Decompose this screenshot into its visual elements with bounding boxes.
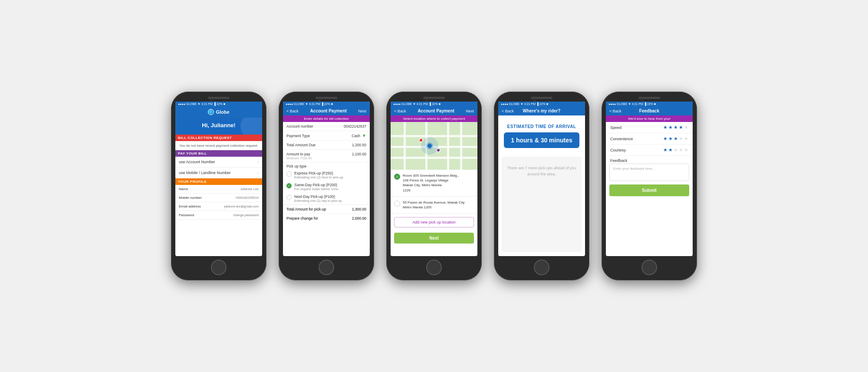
p5-courtesy-rating: Courtesy ★ ★ ★ ★ ★ [606,145,693,156]
screen-1: ●●●● GLOBE ▼ 4:21 PM ▐ 22% ■ Globe Hi, J… [175,102,262,256]
star-1[interactable]: ★ [663,136,667,142]
screen-3: ●●●● GLOBE ▼ 4:21 PM ▐ 22% ■ < Back Acco… [391,102,477,256]
star-4[interactable]: ★ [679,136,683,142]
svg-point-12 [437,148,440,152]
add-pickup-button[interactable]: Add new pick up location [394,217,474,227]
p1-menu-mobile[interactable]: use Mobile / Landline Number › [175,168,262,178]
svg-point-11 [419,138,423,142]
star-5[interactable]: ★ [684,147,688,153]
next-button-3[interactable]: Next [466,109,474,113]
convenience-stars[interactable]: ★ ★ ★ ★ ★ [663,136,688,142]
p5-purple-bar: We'd love to hear from you! [606,115,693,122]
p5-convenience-rating: Convenience ★ ★ ★ ★ ★ [606,133,693,145]
next-button-2[interactable]: Next [358,109,366,113]
p1-profile-section: YOUR PROFILE [175,178,262,185]
globe-icon [208,109,214,115]
star-2[interactable]: ★ [668,136,673,142]
chevron-right-icon: › [257,160,259,164]
chevron-right-icon: › [257,171,259,175]
back-button-2[interactable]: < Back [286,109,299,113]
p1-header: Globe [175,106,262,118]
camera-5 [641,99,644,102]
feedback-input[interactable]: Enter your feedback here... [609,164,689,181]
back-button-5[interactable]: < Back [609,109,621,113]
courtesy-stars[interactable]: ★ ★ ★ ★ ★ [663,147,688,153]
submit-button[interactable]: Submit [609,184,689,196]
radio-sameday[interactable] [286,183,292,188]
map-svg [391,122,477,170]
p3-nav: < Back Account Payment Next [391,106,477,115]
eta-label: ESTIMATED TIME OF ARRIVAL [503,124,581,129]
svg-point-10 [427,144,432,148]
loc-radio-2[interactable] [394,201,400,207]
back-button-4[interactable]: < Back [502,109,514,113]
p4-nav: < Back Where's my rider? [498,106,585,115]
svg-rect-7 [460,122,462,170]
p3-map [391,122,477,170]
p2-row-total-due: Total Amount Due 1,200.50 [283,141,370,150]
p3-loc-text-1: Room 305 Greenbelt Mansion Bldg.,106 Per… [403,173,459,193]
phone-3: ●●●● GLOBE ▼ 4:21 PM ▐ 22% ■ < Back Acco… [386,92,482,280]
camera-2 [318,99,321,102]
p2-nav-title: Account Payment [310,109,346,113]
screen-5: ●●●● GLOBE ▼ 4:21 PM ▐ 22% ■ < Back Feed… [606,102,693,256]
p2-row-amount[interactable]: Amount to pay 1,100.00 Minimum: P100.00 [283,150,370,162]
back-button-3[interactable]: < Back [394,109,406,113]
radio-express[interactable] [286,171,292,177]
scene: ●●●● GLOBE ▼ 4:21 PM ▐ 22% ■ Globe Hi, J… [145,74,723,298]
camera-3 [425,99,428,102]
phone-2: ●●●● GLOBE ▼ 4:21 PM ▐ 22% ■ < Back Acco… [279,92,374,280]
home-button-4[interactable] [534,260,549,275]
star-3[interactable]: ★ [674,136,678,142]
status-bar-2: ●●●● GLOBE ▼ 4:21 PM ▐ 22% ■ [283,102,370,106]
p2-prepare-change: Prepare change for 2,000.00 [283,214,370,223]
star-1[interactable]: ★ [663,125,667,130]
p3-loc-text-2: 55 Paseo de Roxas Avenue, Makati City Me… [403,200,474,210]
p3-nav-title: Account Payment [418,109,454,113]
phone-4: ●●●● GLOBE ▼ 4:21 PM ▐ 22% ■ < Back Wher… [494,92,589,280]
eta-time: 1 hours & 30 minutes [504,132,579,148]
screen-4: ●●●● GLOBE ▼ 4:21 PM ▐ 22% ■ < Back Wher… [498,102,585,256]
p3-location-2[interactable]: 55 Paseo de Roxas Avenue, Makati City Me… [391,197,477,214]
p2-row-payment[interactable]: Payment Type Cash ▼ [283,131,370,141]
p2-express-option[interactable]: Express Pick-up (P250) Estimating one (1… [283,169,370,181]
star-4[interactable]: ★ [679,147,683,153]
home-button-2[interactable] [319,260,334,275]
status-bar-4: ●●●● GLOBE ▼ 4:21 PM ▐ 22% ■ [498,102,585,106]
p1-profile-email[interactable]: Email address julianne.lee@gmail.com [175,202,262,211]
star-5[interactable]: ★ [684,136,688,142]
p1-profile-password[interactable]: Password change.password [175,211,262,220]
speed-stars[interactable]: ★ ★ ★ ★ ★ [663,125,688,130]
home-button-3[interactable] [426,260,442,275]
p3-location-1[interactable]: Room 305 Greenbelt Mansion Bldg.,106 Per… [391,170,477,197]
camera-1 [210,99,213,102]
p5-nav-title: Feedback [639,109,659,113]
star-3[interactable]: ★ [674,125,678,130]
radio-nextday[interactable] [286,195,292,200]
p2-sameday-option[interactable]: Same-Day Pick-up (P200) For request made… [283,181,370,193]
p2-nextday-option[interactable]: Next-Day Pick-up (P100) Estimating one (… [283,193,370,204]
p1-hi-box: Hi, Julianne! [175,118,262,135]
dropdown-arrow-icon: ▼ [362,133,366,138]
loc-radio-1[interactable] [394,174,400,180]
star-4[interactable]: ★ [679,125,683,130]
p1-profile-name[interactable]: Name Julianne Lee [175,185,262,194]
home-button-1[interactable] [211,260,227,275]
star-5[interactable]: ★ [684,125,688,130]
p1-profile-mobile[interactable]: Mobile number +639162245514 [175,194,262,202]
p4-nav-title: Where's my rider? [523,109,560,113]
p2-nav: < Back Account Payment Next [283,106,370,115]
star-2[interactable]: ★ [668,125,673,130]
star-2[interactable]: ★ [668,147,673,153]
p1-menu-account[interactable]: use Account Number › [175,157,262,168]
p3-purple-bar: Select location where to collect payment [391,115,477,122]
p5-feedback-label: Feedback [606,156,693,164]
status-bar-1: ●●●● GLOBE ▼ 4:21 PM ▐ 22% ■ [175,102,262,106]
home-button-5[interactable] [641,260,657,275]
p5-speed-rating: Speed ★ ★ ★ ★ ★ [606,122,693,133]
status-bar-3: ●●●● GLOBE ▼ 4:21 PM ▐ 22% ■ [391,102,477,106]
p2-row-account: Account number 00422142637 [283,122,370,131]
star-3[interactable]: ★ [674,147,678,153]
star-1[interactable]: ★ [663,147,667,153]
next-button-p3[interactable]: Next [394,233,474,244]
